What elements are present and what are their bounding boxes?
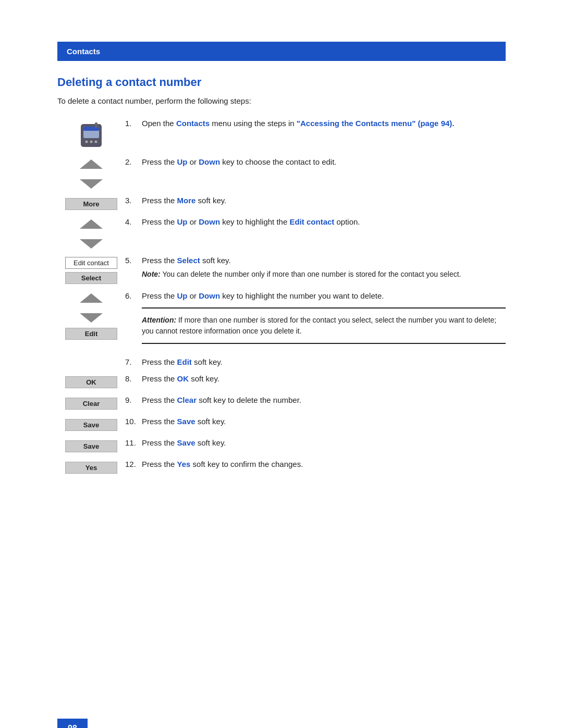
edit-contact-box: Edit contact <box>65 257 117 269</box>
nav-arrows-down-2 <box>80 177 103 189</box>
page-title: Deleting a contact number <box>57 76 506 89</box>
yes-key-12: Yes <box>177 460 191 468</box>
intro-text: To delete a contact number, perform the … <box>57 96 506 105</box>
step-4-number: 4. <box>125 216 142 226</box>
page: Contacts Deleting a contact number To de… <box>0 42 563 728</box>
clear-key-9: Clear <box>177 396 197 404</box>
up-key-6: Up <box>177 291 188 300</box>
step-11-icon-col: Save <box>57 437 125 453</box>
down-key-4: Down <box>199 217 220 226</box>
step-5-number: 5. <box>125 255 142 265</box>
arrow-up-icon-4 <box>80 219 103 229</box>
step-1-number: 1. <box>125 118 142 128</box>
step-2-icon-col <box>57 156 125 190</box>
header-section-title: Contacts <box>67 47 100 56</box>
step-5-row: Edit contact Select 5. Press the Select … <box>57 255 506 285</box>
nav-arrows-up-6 <box>80 293 103 305</box>
clear-softkey-btn[interactable]: Clear <box>65 398 117 410</box>
arrow-down-icon-6 <box>80 313 103 323</box>
step-6-number: 6. <box>125 290 142 300</box>
note-box-5: Note: You can delete the number only if … <box>142 269 506 280</box>
step-9-row: Clear 9. Press the Clear soft key to del… <box>57 394 506 411</box>
contacts-phone-icon <box>73 120 109 151</box>
step-9-icon-col: Clear <box>57 394 125 411</box>
save-key-10: Save <box>177 417 195 426</box>
step-7-number: 7. <box>125 356 142 366</box>
ok-softkey-btn[interactable]: OK <box>65 376 117 388</box>
step-10-row: Save 10. Press the Save soft key. <box>57 416 506 432</box>
step-2-row: 2. Press the Up or Down key to choose th… <box>57 156 506 190</box>
save-softkey-btn-11[interactable]: Save <box>65 440 117 452</box>
step-1-icon-col <box>57 118 125 151</box>
attention-box-6: Attention: If more than one number is st… <box>142 307 506 344</box>
contacts-link[interactable]: Contacts <box>176 119 210 128</box>
step-8-icon-col: OK <box>57 373 125 389</box>
page-footer: 98 <box>57 719 88 728</box>
steps-container: 1. Open the Contacts menu using the step… <box>57 118 506 475</box>
nav-arrows-up-2 <box>80 159 103 171</box>
svg-point-5 <box>95 141 97 143</box>
step-1-text: Open the Contacts menu using the steps i… <box>142 118 506 130</box>
step-3-number: 3. <box>125 195 142 205</box>
step-3-text: Press the More soft key. <box>142 195 506 207</box>
svg-point-3 <box>85 141 88 143</box>
edit-contact-key-4: Edit contact <box>289 217 334 226</box>
content-area: Deleting a contact number To delete a co… <box>57 61 506 501</box>
step-4-text: Press the Up or Down key to highlight th… <box>142 216 506 228</box>
step-12-number: 12. <box>125 459 142 468</box>
up-key-2: Up <box>177 157 188 166</box>
select-key-5: Select <box>177 256 200 265</box>
down-key-2: Down <box>199 157 220 166</box>
note-label-5: Note: <box>142 270 161 278</box>
ok-key-8: OK <box>177 374 189 383</box>
step-3-icon-col: More <box>57 195 125 211</box>
yes-softkey-btn[interactable]: Yes <box>65 462 117 474</box>
arrow-up-icon <box>80 159 103 169</box>
step-7-text: Press the Edit soft key. <box>142 356 506 368</box>
select-softkey-btn[interactable]: Select <box>65 272 117 284</box>
arrow-down-icon-4 <box>80 239 103 249</box>
arrow-down-icon <box>80 179 103 189</box>
arrow-up-icon-6 <box>80 293 103 303</box>
accessing-contacts-link[interactable]: "Accessing the Contacts menu" (page 94). <box>297 119 455 128</box>
edit-softkey-btn-6[interactable]: Edit <box>65 328 117 340</box>
step-8-row: OK 8. Press the OK soft key. <box>57 373 506 389</box>
step-1-row: 1. Open the Contacts menu using the step… <box>57 118 506 151</box>
step-11-text: Press the Save soft key. <box>142 437 506 449</box>
step-10-icon-col: Save <box>57 416 125 432</box>
step-10-number: 10. <box>125 416 142 426</box>
step-3-row: More 3. Press the More soft key. <box>57 195 506 211</box>
svg-rect-6 <box>95 122 97 128</box>
step-11-row: Save 11. Press the Save soft key. <box>57 437 506 453</box>
step-5-text: Press the Select soft key. Note: You can… <box>142 255 506 280</box>
step-5-icon-col: Edit contact Select <box>57 255 125 285</box>
step-2-number: 2. <box>125 156 142 166</box>
step-6-text: Press the Up or Down key to highlight th… <box>142 290 506 351</box>
step-10-text: Press the Save soft key. <box>142 416 506 428</box>
step-9-text: Press the Clear soft key to delete the n… <box>142 394 506 406</box>
more-softkey-btn[interactable]: More <box>65 198 117 210</box>
save-key-11: Save <box>177 438 195 447</box>
step-4-icon-col <box>57 216 125 250</box>
header-bar: Contacts <box>57 42 506 61</box>
nav-arrows-down-4 <box>80 237 103 249</box>
step-12-icon-col: Yes <box>57 459 125 475</box>
step-12-text: Press the Yes soft key to confirm the ch… <box>142 459 506 471</box>
step-4-row: 4. Press the Up or Down key to highlight… <box>57 216 506 250</box>
step-11-number: 11. <box>125 437 142 447</box>
step-7-row: 7. Press the Edit soft key. <box>57 356 506 368</box>
step-6-icon-col: Edit <box>57 290 125 341</box>
step-7-icon-col <box>57 356 125 359</box>
edit-key-7: Edit <box>177 357 192 366</box>
svg-point-4 <box>90 141 93 143</box>
nav-arrows-down-6 <box>80 311 103 323</box>
page-number-box: 98 <box>57 719 88 728</box>
step-8-number: 8. <box>125 373 142 383</box>
up-key-4: Up <box>177 217 188 226</box>
nav-arrows-up-4 <box>80 219 103 231</box>
save-softkey-btn-10[interactable]: Save <box>65 419 117 431</box>
step-6-row: Edit 6. Press the Up or Down key to high… <box>57 290 506 351</box>
attention-label-6: Attention: <box>142 316 176 324</box>
down-key-6: Down <box>199 291 220 300</box>
step-8-text: Press the OK soft key. <box>142 373 506 385</box>
